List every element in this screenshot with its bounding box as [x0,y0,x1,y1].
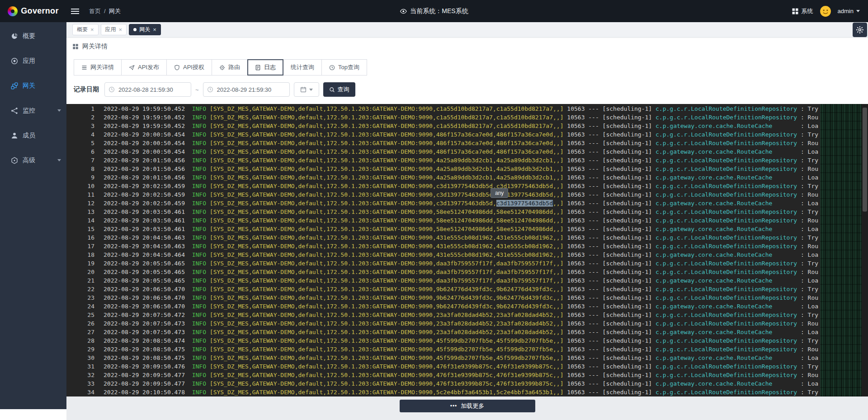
log-line: 162022-08-29 20:04:50.463 INFO [SYS_DZ_M… [66,233,868,242]
systems-button[interactable]: 系统 [792,7,813,15]
log-text: 2022-08-29 20:01:50.456 INFO [SYS_DZ_MES… [104,156,818,165]
date-preset-dropdown[interactable] [294,82,319,97]
sidebar-item-label: 成员 [23,132,35,140]
sidebar-item-overview[interactable]: 概要 [0,24,66,48]
tab-api-publish[interactable]: API发布 [121,59,167,76]
log-text: 2022-08-29 20:04:50.463 INFO [SYS_DZ_MES… [104,242,818,250]
sidebar-item-gateway[interactable]: 网关 [0,73,66,98]
log-text: 2022-08-29 20:07:50.472 INFO [SYS_DZ_MES… [104,311,818,319]
log-text: 2022-08-29 20:08:50.475 INFO [SYS_DZ_MES… [104,354,818,362]
tab-api-auth[interactable]: API授权 [166,59,212,76]
log-line: 182022-08-29 20:04:50.464 INFO [SYS_DZ_M… [66,250,868,259]
tab-label: API发布 [138,63,159,71]
tab-chip-label: 概要 [77,26,88,33]
log-line: 202022-08-29 20:05:50.465 INFO [SYS_DZ_M… [66,268,868,276]
breadcrumb-home[interactable]: 首页 [89,7,101,15]
tab-route[interactable]: 路由 [212,59,248,76]
tab-top-query[interactable]: Top查询 [321,59,367,76]
current-system: 当前系统：MES系统 [400,7,468,15]
menu-toggle-icon[interactable] [71,5,83,17]
start-date-input[interactable] [104,82,191,97]
log-line: 312022-08-29 20:09:50.476 INFO [SYS_DZ_M… [66,362,868,371]
log-line: 62022-08-29 20:00:50.454 INFO [SYS_DZ_ME… [66,147,868,156]
disc-icon [11,57,18,65]
line-number: 27 [66,328,94,336]
breadcrumb-current[interactable]: 网关 [109,7,121,15]
log-text: 2022-08-29 20:07:50.473 INFO [SYS_DZ_MES… [104,319,818,328]
section-grid-icon [72,43,79,50]
log-line: 272022-08-29 20:07:50.473 INFO [SYS_DZ_M… [66,328,868,336]
avatar[interactable] [820,5,831,17]
sidebar-item-monitor[interactable]: 监控 [0,98,66,123]
tab-chip-gateway[interactable]: 网关× [129,24,161,35]
log-text: 2022-08-29 20:04:50.464 INFO [SYS_DZ_MES… [104,250,818,259]
ellipsis-icon: ••• [450,403,458,409]
end-date-input[interactable] [203,82,290,97]
tab-chip-overview[interactable]: 概要× [72,24,99,35]
line-number: 2 [66,113,94,122]
log-text: 2022-08-29 20:00:50.454 INFO [SYS_DZ_MES… [104,139,818,147]
log-line: 172022-08-29 20:04:50.463 INFO [SYS_DZ_M… [66,242,868,250]
close-icon[interactable]: × [119,27,123,33]
log-text: 2022-08-29 20:09:50.476 INFO [SYS_DZ_MES… [104,362,818,371]
log-line: 192022-08-29 20:05:50.465 INFO [SYS_DZ_M… [66,259,868,268]
line-number: 32 [66,371,94,379]
sidebar-item-members[interactable]: 成员 [0,123,66,148]
line-number: 31 [66,362,94,371]
caret-down-icon [856,10,860,14]
line-number: 26 [66,319,94,328]
close-icon[interactable]: × [153,27,156,33]
log-line: 342022-08-29 20:10:50.478 INFO [SYS_DZ_M… [66,388,868,396]
sidebar: 概要应用网关监控成员高级 [0,22,66,409]
tab-log[interactable]: 日志 [247,59,283,76]
log-line: 222022-08-29 20:06:50.470 INFO [SYS_DZ_M… [66,285,868,293]
log-text: 2022-08-29 20:08:50.474 INFO [SYS_DZ_MES… [104,336,818,345]
tab-chip-label: 网关 [139,26,150,33]
main: 概要×应用×网关× 网关详情 网关详情API发布API授权路由日志统计查询Top… [66,22,868,420]
log-text: 2022-08-29 19:59:50.452 INFO [SYS_DZ_MES… [104,113,818,122]
log-line: 102022-08-29 20:02:50.459 INFO [SYS_DZ_M… [66,182,868,190]
log-line: 22022-08-29 19:59:50.452 INFO [SYS_DZ_ME… [66,113,868,122]
search-button[interactable]: 查询 [323,82,355,97]
settings-button[interactable] [853,23,867,37]
sidebar-item-advanced[interactable]: 高级 [0,148,66,173]
sidebar-item-apps[interactable]: 应用 [0,48,66,73]
line-number: 1 [66,104,94,113]
log-text: 2022-08-29 20:10:50.478 INFO [SYS_DZ_MES… [104,388,818,396]
log-line: 282022-08-29 20:08:50.474 INFO [SYS_DZ_M… [66,336,868,345]
load-more-button[interactable]: ••• 加载更多 [400,400,535,412]
layout: 概要应用网关监控成员高级 概要×应用×网关× 网关详情 网关详情API发布API… [0,22,868,420]
shield-icon [174,65,180,71]
logo-icon [8,6,18,16]
scrollbar-thumb[interactable] [863,108,867,212]
log-text: 2022-08-29 20:00:50.454 INFO [SYS_DZ_MES… [104,147,818,156]
line-number: 29 [66,345,94,354]
tab-chip-apps[interactable]: 应用× [101,24,127,35]
calendar-icon [300,86,307,93]
tab-chip-label: 应用 [105,26,116,33]
footer-strip: ••• 加载更多 [66,396,868,420]
log-line: 152022-08-29 20:03:50.461 INFO [SYS_DZ_M… [66,225,868,233]
sidebar-item-label: 网关 [23,82,35,90]
line-number: 21 [66,276,94,285]
topbar: Governor 首页 / 网关 当前系统：MES系统 系统 admin [0,0,868,22]
line-number: 34 [66,388,94,396]
log-text: 2022-08-29 20:03:50.461 INFO [SYS_DZ_MES… [104,208,818,216]
log-line: 142022-08-29 20:03:50.461 INFO [SYS_DZ_M… [66,216,868,225]
send-icon [129,65,135,71]
log-lines: 12022-08-29 19:59:50.452 INFO [SYS_DZ_ME… [66,104,868,396]
scrollbar[interactable] [862,104,868,396]
log-line: 242022-08-29 20:06:50.470 INFO [SYS_DZ_M… [66,302,868,311]
user-icon [11,132,18,139]
helm-icon [219,65,225,71]
end-date-wrap [203,82,290,97]
tab-gateway-detail[interactable]: 网关详情 [74,59,122,76]
close-icon[interactable]: × [90,27,94,33]
tab-stats-query[interactable]: 统计查询 [283,59,322,76]
line-number: 20 [66,268,94,276]
log-text: 2022-08-29 19:59:50.452 INFO [SYS_DZ_MES… [104,104,818,113]
log-line: 72022-08-29 20:01:50.456 INFO [SYS_DZ_ME… [66,156,868,165]
line-number: 14 [66,216,94,225]
doc-icon [255,65,261,71]
user-menu[interactable]: admin [838,8,860,14]
